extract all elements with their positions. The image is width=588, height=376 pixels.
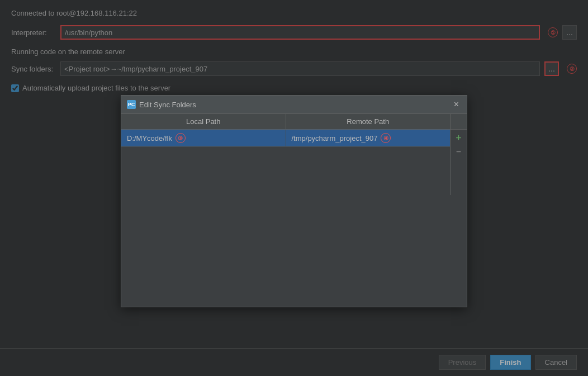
add-row-button[interactable]: + <box>454 132 463 144</box>
remote-path-value: /tmp/pycharm_project_907 <box>292 134 378 142</box>
table-actions: + − <box>450 130 467 195</box>
modal-title-text: Edit Sync Folders <box>139 101 196 109</box>
table-content: D:/MYcode/flk ③ /tmp/pycharm_project_907… <box>121 130 467 195</box>
pycharm-icon: PC <box>127 100 136 109</box>
modal-empty-area <box>121 195 467 307</box>
modal-close-button[interactable]: × <box>452 99 461 110</box>
edit-sync-folders-modal: PC Edit Sync Folders × Local Path Remote… <box>121 95 467 307</box>
local-path-value: D:/MYcode/flk <box>127 134 172 142</box>
table-rows: D:/MYcode/flk ③ /tmp/pycharm_project_907… <box>121 130 450 195</box>
badge-4: ④ <box>381 133 391 143</box>
modal-body: Local Path Remote Path D:/MYcode/flk ③ <box>121 114 467 307</box>
remote-path-cell: /tmp/pycharm_project_907 ④ <box>286 130 451 146</box>
table-row[interactable]: D:/MYcode/flk ③ /tmp/pycharm_project_907… <box>121 130 450 147</box>
col-header-local: Local Path <box>121 114 286 129</box>
modal-titlebar: PC Edit Sync Folders × <box>121 96 467 114</box>
badge-3: ③ <box>176 133 186 143</box>
local-path-cell: D:/MYcode/flk ③ <box>121 130 286 146</box>
main-panel: Connected to root@192.168.116.21:22 Inte… <box>0 0 588 376</box>
col-header-remote: Remote Path <box>286 114 451 129</box>
modal-overlay: PC Edit Sync Folders × Local Path Remote… <box>0 0 588 376</box>
modal-title-left: PC Edit Sync Folders <box>127 100 196 109</box>
remove-row-button[interactable]: − <box>455 146 462 158</box>
